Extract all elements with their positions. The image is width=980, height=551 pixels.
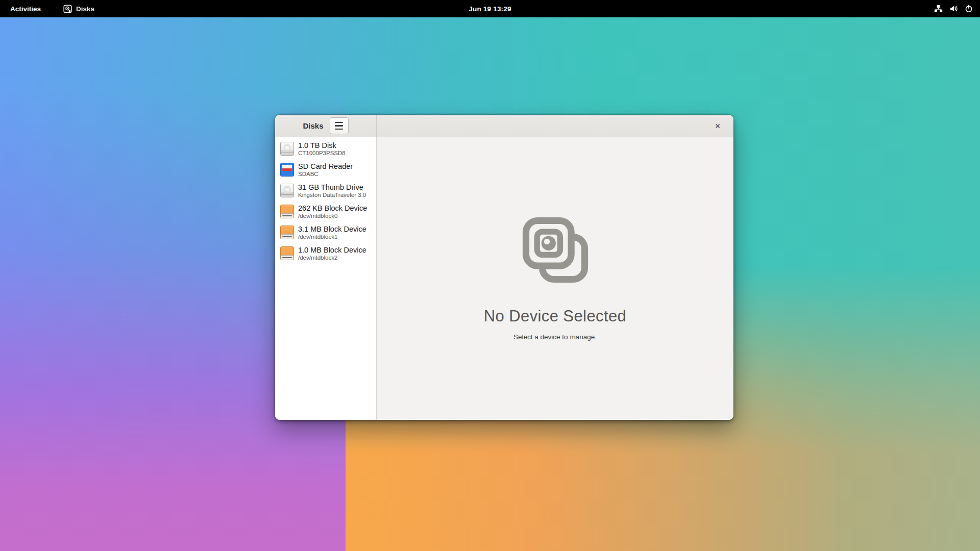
close-button[interactable]: × <box>711 119 724 133</box>
window-title: Disks <box>303 121 323 130</box>
header-main-section: × <box>377 115 733 137</box>
block-device-icon <box>280 246 294 260</box>
gnome-top-bar: Activities Disks Jun 19 13:29 <box>0 0 980 17</box>
disks-window: Disks × 1.0 TB Disk CT1000P3PSSD8 <box>275 115 733 420</box>
device-list-item[interactable]: 1.0 TB Disk CT1000P3PSSD8 <box>275 138 376 159</box>
clock[interactable]: Jun 19 13:29 <box>469 5 511 13</box>
device-sidebar: 1.0 TB Disk CT1000P3PSSD8 SD Card Reader… <box>275 137 377 420</box>
window-body: 1.0 TB Disk CT1000P3PSSD8 SD Card Reader… <box>275 137 733 420</box>
device-detail: /dev/mtdblock1 <box>298 234 366 240</box>
sd-card-icon <box>280 163 294 177</box>
device-name: 1.0 MB Block Device <box>298 246 366 255</box>
device-detail: Kingston DataTraveler 3.0 <box>298 192 366 198</box>
header-sidebar-section: Disks <box>275 115 377 137</box>
hamburger-menu-icon <box>335 122 343 123</box>
device-list-item[interactable]: 262 KB Block Device /dev/mtdblock0 <box>275 201 376 222</box>
empty-state-title: No Device Selected <box>484 307 626 325</box>
device-name: 31 GB Thumb Drive <box>298 183 366 192</box>
device-detail: CT1000P3PSSD8 <box>298 150 346 157</box>
block-device-icon <box>280 205 294 218</box>
focused-app-label: Disks <box>76 5 94 13</box>
hard-disk-icon <box>280 142 294 156</box>
device-list-item[interactable]: 1.0 MB Block Device /dev/mtdblock2 <box>275 243 376 264</box>
power-icon <box>965 5 973 13</box>
device-list-item[interactable]: SD Card Reader SDABC <box>275 159 376 180</box>
device-detail: /dev/mtdblock0 <box>298 213 367 219</box>
device-detail: /dev/mtdblock2 <box>298 255 366 261</box>
hard-disk-icon <box>280 184 294 197</box>
activities-button[interactable]: Activities <box>7 5 44 13</box>
empty-state-subtitle: Select a device to manage. <box>513 333 597 341</box>
hamburger-menu-button[interactable] <box>330 117 349 134</box>
device-name: 262 KB Block Device <box>298 204 367 213</box>
device-name: 1.0 TB Disk <box>298 141 346 150</box>
device-list-item[interactable]: 3.1 MB Block Device /dev/mtdblock1 <box>275 222 376 243</box>
device-name: SD Card Reader <box>298 162 353 171</box>
network-wired-icon <box>934 5 943 13</box>
system-status-area[interactable] <box>934 5 973 13</box>
disks-app-icon <box>63 5 72 13</box>
volume-icon <box>949 5 958 13</box>
device-list-item[interactable]: 31 GB Thumb Drive Kingston DataTraveler … <box>275 180 376 201</box>
device-detail: SDABC <box>298 171 353 178</box>
block-device-icon <box>280 226 294 239</box>
device-name: 3.1 MB Block Device <box>298 225 366 234</box>
header-bar: Disks × <box>275 115 733 137</box>
main-empty-state: No Device Selected Select a device to ma… <box>377 137 733 420</box>
focused-app-button[interactable]: Disks <box>63 5 94 13</box>
multidisk-icon <box>522 216 589 286</box>
